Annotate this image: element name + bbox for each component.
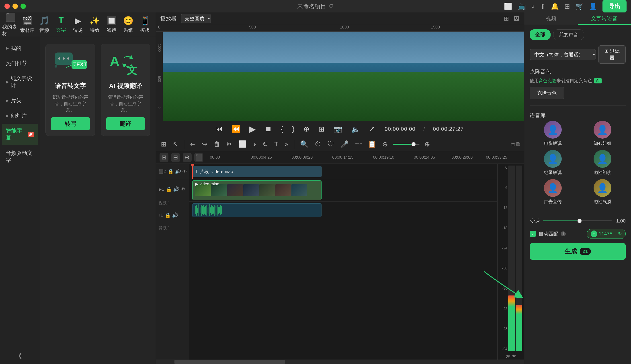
add-track-btn-2[interactable]: ⊟ xyxy=(171,153,180,162)
time-mark-6: 00:00:29:00 xyxy=(452,155,473,160)
insert-button[interactable]: ⊕ xyxy=(302,123,311,135)
audio-toggle-button[interactable]: 🔈 xyxy=(349,123,362,135)
volume-slider[interactable] xyxy=(393,144,419,144)
zoom-in-icon[interactable]: 🔍 xyxy=(299,139,310,149)
mark-in-button[interactable]: { xyxy=(279,123,285,135)
section-tab-all[interactable]: 全部 xyxy=(530,29,551,40)
language-select[interactable]: 中文（简体，普通话） xyxy=(530,49,596,60)
stt-button[interactable]: 转写 xyxy=(51,117,90,130)
voice-card-magnetic-read[interactable]: 👤 磁性朗读 xyxy=(579,150,626,176)
delete-button[interactable]: 🗑 xyxy=(212,139,222,149)
shield-icon[interactable]: 🛡 xyxy=(326,139,336,149)
tool-filter[interactable]: 🔲 滤镜 xyxy=(103,14,120,36)
tool-audio[interactable]: 🎵 音频 xyxy=(36,14,53,36)
play-button[interactable]: ▶ xyxy=(248,122,258,136)
voice-card-movie[interactable]: 👤 电影解说 xyxy=(530,121,576,146)
add-track-btn-3[interactable]: ⊕ xyxy=(183,153,192,162)
generate-button[interactable]: 生成 21 xyxy=(530,243,626,260)
voice-card-sister[interactable]: 👤 知心姐姐 xyxy=(579,121,626,146)
credit-badge[interactable]: + 11475 + ↻ xyxy=(587,229,626,239)
plus-icon[interactable]: ⊕ xyxy=(423,139,431,149)
sidebar-collapse-button[interactable]: ❮ xyxy=(0,351,40,360)
tab-tts[interactable]: 文字转语音 xyxy=(578,12,631,25)
speed-icon[interactable]: ⏱ xyxy=(313,139,323,149)
minus-icon[interactable]: ⊖ xyxy=(381,139,389,149)
lock-icon[interactable]: 🔒 xyxy=(166,186,172,192)
add-track-btn-1[interactable]: ⊞ xyxy=(159,153,168,162)
audio-button[interactable]: ♪ xyxy=(252,139,258,149)
voice-card-magnetic-style[interactable]: 👤 磁性气质 xyxy=(579,179,626,205)
sidebar-item-audio-text[interactable]: 音频驱动文字 xyxy=(2,146,38,167)
effect-label: 特效 xyxy=(90,27,100,34)
voice-card-ad[interactable]: 👤 广告宣传 xyxy=(530,179,576,205)
cut-button[interactable]: ✂ xyxy=(225,139,234,149)
eye-icon[interactable]: 👁 xyxy=(180,186,185,192)
maximize-button[interactable] xyxy=(21,4,26,9)
auto-match-checkbox[interactable]: ✓ xyxy=(530,231,536,237)
tool-effect[interactable]: ✨ 特效 xyxy=(86,14,103,36)
sidebar-item-smart-caption[interactable]: 智能字幕 新 xyxy=(2,124,38,145)
step-back-button[interactable]: ⏪ xyxy=(230,123,242,135)
filter-button[interactable]: ⊞ 过滤器 xyxy=(598,46,626,64)
generate-label: 生成 xyxy=(565,247,577,256)
crop-button[interactable]: ⬜ xyxy=(237,139,248,149)
sidebar-item-hot[interactable]: 热门推荐 xyxy=(2,56,38,70)
stop-button[interactable]: ⏹ xyxy=(263,123,274,135)
quality-select[interactable]: 完整画质 xyxy=(181,14,211,23)
speed-slider[interactable] xyxy=(543,220,612,222)
expand-button[interactable]: ⤢ xyxy=(367,123,377,135)
speech-to-text-card[interactable]: TEXT 语音转文字 识别音视频内的声音， xyxy=(46,44,95,136)
more-icon[interactable]: » xyxy=(283,139,290,149)
audio-clip[interactable] xyxy=(192,203,322,217)
wave-icon[interactable]: 〰 xyxy=(354,139,363,149)
tool-template[interactable]: 📱 模板 xyxy=(137,14,153,36)
close-button[interactable] xyxy=(5,4,10,9)
clone-link[interactable]: 音色克隆 xyxy=(539,78,556,83)
camera-button[interactable]: 📷 xyxy=(332,123,344,135)
ai-icon-area: A 文 xyxy=(108,49,143,78)
ai-translation-card[interactable]: A 文 xyxy=(101,44,151,136)
tool-select-icon[interactable]: ↖ xyxy=(171,139,179,149)
prev-frame-button[interactable]: ⏮ xyxy=(214,123,224,135)
audio-icon[interactable]: 🔊 xyxy=(172,212,178,218)
copy-icon[interactable]: 📋 xyxy=(366,139,377,149)
info-icon[interactable]: i xyxy=(561,232,566,236)
undo-button[interactable]: ↩ xyxy=(189,139,197,149)
lock-icon[interactable]: 🔒 xyxy=(167,169,173,174)
timeline-scroll[interactable] xyxy=(156,360,524,364)
tool-sticker[interactable]: 😊 贴纸 xyxy=(120,14,137,36)
mark-out-button[interactable]: } xyxy=(290,123,296,135)
sidebar-item-my[interactable]: ▶ 我的 xyxy=(2,41,38,55)
video-clip[interactable]: ▶ video-miao xyxy=(192,180,322,200)
tool-split-icon[interactable]: ⊞ xyxy=(159,139,168,149)
tool-material-lib[interactable]: 🎬 素材库 xyxy=(19,14,36,36)
scroll-thumb[interactable] xyxy=(174,360,285,364)
section-tab-my-voice[interactable]: 我的声音 xyxy=(553,29,584,40)
ai-desc: 翻译音视频内的声音，自动生成字幕。 xyxy=(106,94,145,114)
loop-button[interactable]: ↻ xyxy=(261,139,269,149)
minimize-button[interactable] xyxy=(13,4,18,9)
redo-button[interactable]: ↪ xyxy=(200,139,209,149)
sidebar-item-slideshow[interactable]: ▶ 幻灯片 xyxy=(2,108,38,123)
text-tool-icon[interactable]: T xyxy=(273,139,280,149)
lock-icon[interactable]: 🔒 xyxy=(165,212,171,218)
audio-icon[interactable]: 🔊 xyxy=(173,186,179,192)
ai-button[interactable]: 翻译 xyxy=(106,117,145,130)
export-button[interactable]: 导出 xyxy=(602,0,626,12)
sidebar-item-title[interactable]: ▶ 片头 xyxy=(2,94,38,108)
eye-icon[interactable]: 👁 xyxy=(182,169,187,174)
voice-card-documentary[interactable]: 👤 纪录解说 xyxy=(530,150,576,176)
fullscreen-button[interactable]: ⊞ xyxy=(317,123,326,135)
add-track-btn-4[interactable]: ⬛ xyxy=(194,153,203,162)
tool-my-material[interactable]: ⬛ 我的素材 xyxy=(2,14,19,36)
audio-icon[interactable]: 🔊 xyxy=(175,169,181,174)
sidebar-item-pure-text[interactable]: ▶ 纯文字设计 xyxy=(2,71,38,92)
text-clip-label: 片段_video-miao xyxy=(200,169,233,175)
titlebar-center: 未命名项目 ⏱ xyxy=(297,2,334,10)
tool-transition[interactable]: ▶ 转场 xyxy=(70,14,86,36)
text-clip[interactable]: T 片段_video-miao xyxy=(192,166,322,177)
clone-button[interactable]: 克隆音色 xyxy=(530,87,564,99)
tool-text[interactable]: T 文字 xyxy=(53,14,69,36)
tab-video[interactable]: 视频 xyxy=(524,12,578,25)
mic-icon[interactable]: 🎤 xyxy=(339,139,350,149)
